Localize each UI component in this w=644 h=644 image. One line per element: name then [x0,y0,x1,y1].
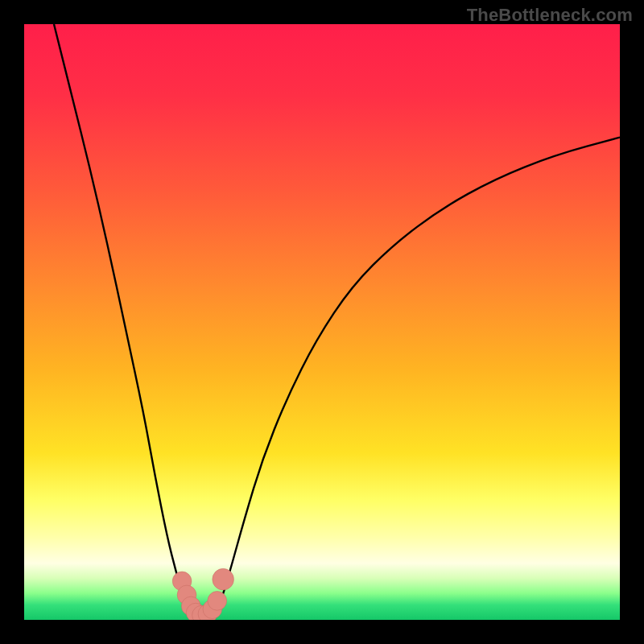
marker-dot [213,568,234,590]
plot-area [24,24,620,620]
marker-dot [208,591,227,610]
background-gradient [24,24,620,620]
chart-svg [24,24,620,620]
watermark-text: TheBottleneck.com [467,5,633,26]
chart-frame: TheBottleneck.com [0,0,644,644]
